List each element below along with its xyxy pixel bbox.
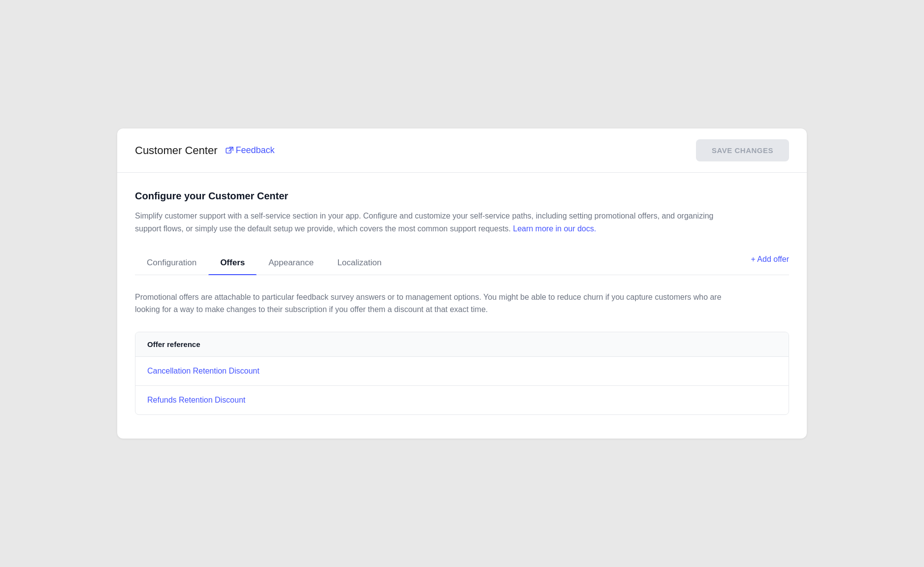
main-content: Configure your Customer Center Simplify … (117, 173, 807, 438)
tab-configuration[interactable]: Configuration (135, 251, 208, 275)
section-title: Configure your Customer Center (135, 190, 789, 202)
tabs-container: Configuration Offers Appearance Localiza… (135, 251, 789, 275)
main-card: Customer Center Feedback SAVE CHANGES Co… (117, 128, 807, 438)
offer-link-cancellation[interactable]: Cancellation Retention Discount (147, 367, 260, 375)
feedback-link[interactable]: Feedback (226, 145, 275, 156)
table-header: Offer reference (135, 332, 789, 357)
external-link-icon (226, 147, 233, 155)
tabs-list: Configuration Offers Appearance Localiza… (135, 251, 394, 275)
table-row: Cancellation Retention Discount (135, 357, 789, 386)
offer-link-refunds[interactable]: Refunds Retention Discount (147, 396, 245, 404)
header-left: Customer Center Feedback (135, 144, 275, 157)
tab-offers[interactable]: Offers (208, 251, 257, 275)
offers-table: Offer reference Cancellation Retention D… (135, 332, 789, 415)
save-changes-button[interactable]: SAVE CHANGES (696, 139, 789, 161)
promo-description: Promotional offers are attachable to par… (135, 291, 726, 316)
header: Customer Center Feedback SAVE CHANGES (117, 128, 807, 173)
offers-tab-content: Promotional offers are attachable to par… (135, 291, 789, 415)
page-title: Customer Center (135, 144, 218, 157)
tab-appearance[interactable]: Appearance (257, 251, 326, 275)
section-description: Simplify customer support with a self-se… (135, 210, 726, 235)
learn-more-link[interactable]: Learn more in our docs. (513, 224, 596, 233)
feedback-label: Feedback (236, 145, 275, 156)
svg-rect-0 (226, 148, 231, 153)
add-offer-button[interactable]: + Add offer (751, 255, 789, 271)
tab-localization[interactable]: Localization (326, 251, 394, 275)
page-wrapper: Customer Center Feedback SAVE CHANGES Co… (117, 128, 807, 438)
table-row: Refunds Retention Discount (135, 386, 789, 414)
